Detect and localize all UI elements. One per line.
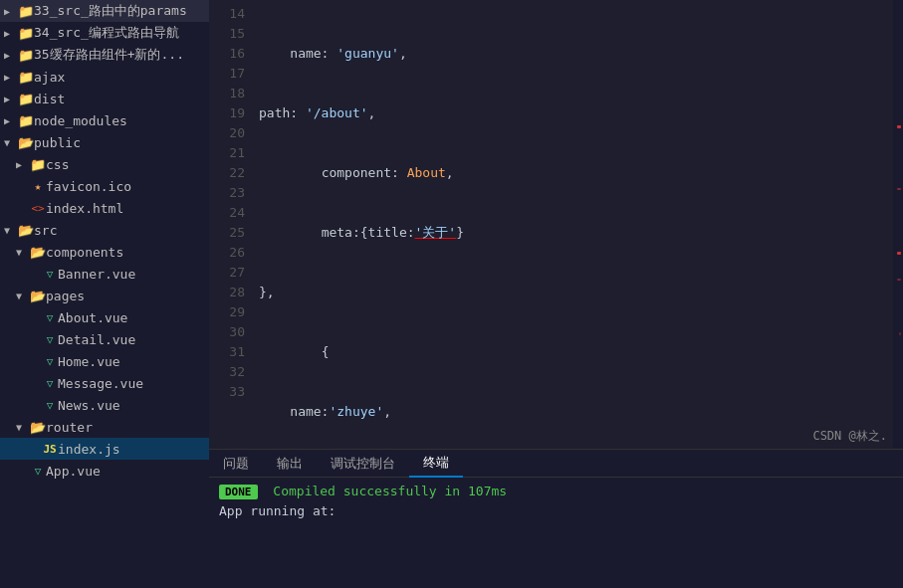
arrow-icon-node-modules: ▶ bbox=[4, 115, 18, 126]
line-numbers: 14 15 16 17 18 19 20 21 22 23 24 25 26 2… bbox=[209, 0, 251, 449]
arrow-icon-pages: ▼ bbox=[16, 291, 30, 301]
scrollbar-track[interactable] bbox=[893, 0, 903, 449]
vue-icon-detail: ▽ bbox=[42, 333, 58, 346]
arrow-icon-34: ▶ bbox=[4, 28, 18, 39]
vue-icon-app: ▽ bbox=[30, 465, 46, 478]
panel-tabs: 问题 输出 调试控制台 终端 bbox=[209, 450, 903, 478]
sidebar-item-router[interactable]: ▼ 📂 router bbox=[0, 416, 209, 438]
sidebar-label-34: 34_src_编程式路由导航 bbox=[34, 24, 179, 42]
success-message: Compiled successfully in 107ms bbox=[273, 484, 507, 498]
tab-debug-console[interactable]: 调试控制台 bbox=[317, 450, 409, 478]
sidebar-label-dist: dist bbox=[34, 92, 65, 106]
folder-icon-public: 📂 bbox=[18, 135, 34, 150]
code-line-16: component: About, bbox=[259, 163, 885, 183]
sidebar-item-35[interactable]: ▶ 📁 35缓存路由组件+新的... bbox=[0, 44, 209, 66]
sidebar-item-index-js[interactable]: ▶ JS index.js bbox=[0, 438, 209, 460]
sidebar-label-banner-vue: Banner.vue bbox=[58, 267, 135, 282]
vue-icon-message: ▽ bbox=[42, 377, 58, 390]
arrow-spacer-index-js: ▶ bbox=[28, 444, 42, 455]
sidebar-item-app-vue[interactable]: ▶ ▽ App.vue bbox=[0, 460, 209, 482]
sidebar-label-src: src bbox=[34, 223, 57, 238]
arrow-spacer-news: ▶ bbox=[28, 400, 42, 411]
arrow-spacer-banner: ▶ bbox=[28, 269, 42, 280]
tab-terminal[interactable]: 终端 bbox=[409, 450, 463, 478]
arrow-icon-33: ▶ bbox=[4, 6, 18, 17]
sidebar-item-home-vue[interactable]: ▶ ▽ Home.vue bbox=[0, 350, 209, 372]
sidebar-label-index-html: index.html bbox=[46, 201, 123, 216]
sidebar-label-about-vue: About.vue bbox=[58, 310, 127, 325]
sidebar-label-pages: pages bbox=[46, 289, 85, 303]
done-badge: DONE bbox=[219, 485, 258, 499]
arrow-icon-src: ▼ bbox=[4, 225, 18, 236]
sidebar-label-favicon: favicon.ico bbox=[46, 179, 131, 194]
arrow-icon-components: ▼ bbox=[16, 247, 30, 258]
arrow-icon-css: ▶ bbox=[16, 159, 30, 170]
folder-icon-33: 📁 bbox=[18, 4, 34, 19]
code-line-14: name: 'guanyu', bbox=[259, 44, 885, 64]
sidebar-item-public[interactable]: ▼ 📂 public bbox=[0, 131, 209, 153]
scrollbar-mark-2 bbox=[897, 188, 901, 190]
html-icon: <> bbox=[30, 202, 46, 215]
sidebar-label-css: css bbox=[46, 157, 69, 172]
sidebar-label-router: router bbox=[46, 420, 93, 435]
folder-icon-ajax: 📁 bbox=[18, 70, 34, 85]
arrow-spacer-about: ▶ bbox=[28, 312, 42, 323]
sidebar-item-news-vue[interactable]: ▶ ▽ News.vue bbox=[0, 394, 209, 416]
sidebar-item-banner-vue[interactable]: ▶ ▽ Banner.vue bbox=[0, 263, 209, 285]
arrow-icon-public: ▼ bbox=[4, 137, 18, 148]
sidebar-item-favicon[interactable]: ▶ ★ favicon.ico bbox=[0, 175, 209, 197]
sidebar-item-pages[interactable]: ▼ 📂 pages bbox=[0, 285, 209, 306]
sidebar-item-about-vue[interactable]: ▶ ▽ About.vue bbox=[0, 306, 209, 328]
sidebar-label-app-vue: App.vue bbox=[46, 464, 101, 479]
code-line-19: { bbox=[259, 342, 885, 362]
sidebar-label-message-vue: Message.vue bbox=[58, 376, 143, 391]
sidebar-item-css[interactable]: ▶ 📁 css bbox=[0, 153, 209, 175]
folder-icon-src: 📂 bbox=[18, 223, 34, 238]
folder-icon-34: 📁 bbox=[18, 26, 34, 41]
scrollbar-mark-4 bbox=[897, 279, 901, 281]
code-line-15: path: '/about', bbox=[259, 103, 885, 123]
folder-icon-router: 📂 bbox=[30, 420, 46, 435]
sidebar-label-home-vue: Home.vue bbox=[58, 354, 120, 369]
tab-output[interactable]: 输出 bbox=[263, 450, 317, 478]
tab-problems[interactable]: 问题 bbox=[209, 450, 263, 478]
code-content[interactable]: name: 'guanyu', path: '/about', componen… bbox=[251, 0, 893, 449]
code-line-17: meta:{title:'关于'} bbox=[259, 223, 885, 243]
sidebar-item-ajax[interactable]: ▶ 📁 ajax bbox=[0, 66, 209, 88]
arrow-icon-ajax: ▶ bbox=[4, 72, 18, 83]
sidebar-label-components: components bbox=[46, 245, 123, 260]
sidebar-label-ajax: ajax bbox=[34, 70, 65, 85]
sidebar-item-node-modules[interactable]: ▶ 📁 node_modules bbox=[0, 109, 209, 131]
arrow-icon-dist: ▶ bbox=[4, 94, 18, 104]
sidebar-item-message-vue[interactable]: ▶ ▽ Message.vue bbox=[0, 372, 209, 394]
running-line: App running at: bbox=[219, 503, 893, 518]
sidebar-item-33[interactable]: ▶ 📁 33_src_路由中的params bbox=[0, 0, 209, 22]
arrow-spacer-app: ▶ bbox=[16, 466, 30, 477]
sidebar-item-34[interactable]: ▶ 📁 34_src_编程式路由导航 bbox=[0, 22, 209, 44]
folder-icon-components: 📂 bbox=[30, 245, 46, 260]
vue-icon-home: ▽ bbox=[42, 355, 58, 368]
sidebar-item-index-html[interactable]: ▶ <> index.html bbox=[0, 197, 209, 219]
sidebar-label-news-vue: News.vue bbox=[58, 398, 120, 413]
sidebar-item-dist[interactable]: ▶ 📁 dist bbox=[0, 88, 209, 109]
scrollbar-mark-1 bbox=[897, 125, 901, 128]
running-text: App running at: bbox=[219, 503, 336, 518]
folder-icon-dist: 📁 bbox=[18, 92, 34, 106]
sidebar-item-src[interactable]: ▼ 📂 src bbox=[0, 219, 209, 241]
scrollbar-mark-5 bbox=[899, 332, 901, 335]
sidebar-label-index-js: index.js bbox=[58, 442, 120, 457]
sidebar-label-node-modules: node_modules bbox=[34, 113, 127, 128]
scrollbar-marks bbox=[895, 0, 901, 449]
code-view: 14 15 16 17 18 19 20 21 22 23 24 25 26 2… bbox=[209, 0, 903, 449]
sidebar-item-detail-vue[interactable]: ▶ ▽ Detail.vue bbox=[0, 328, 209, 350]
editor-area: 14 15 16 17 18 19 20 21 22 23 24 25 26 2… bbox=[209, 0, 903, 588]
folder-icon-css: 📁 bbox=[30, 157, 46, 172]
sidebar-label-public: public bbox=[34, 135, 81, 150]
sidebar-label-33: 33_src_路由中的params bbox=[34, 2, 187, 20]
code-line-18: }, bbox=[259, 283, 885, 302]
sidebar-item-components[interactable]: ▼ 📂 components bbox=[0, 241, 209, 263]
folder-icon-pages: 📂 bbox=[30, 289, 46, 303]
arrow-icon-router: ▼ bbox=[16, 422, 30, 433]
arrow-icon-35: ▶ bbox=[4, 50, 18, 61]
arrow-spacer-index-html: ▶ bbox=[16, 203, 30, 214]
